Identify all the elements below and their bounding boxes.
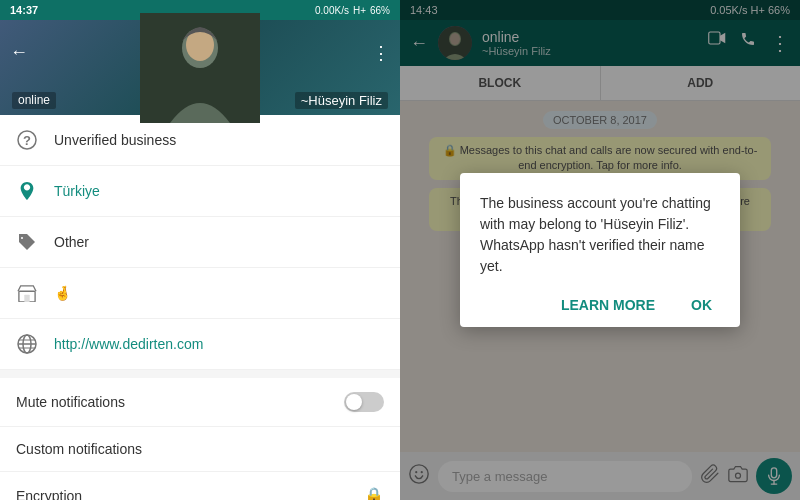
- custom-notifications-row[interactable]: Custom notifications: [0, 427, 400, 472]
- dialog: The business account you're chatting wit…: [460, 173, 740, 327]
- dialog-actions: LEARN MORE OK: [480, 293, 720, 317]
- left-status-icons: 0.00K/s H+ 66%: [315, 5, 390, 16]
- globe-icon: [16, 333, 38, 355]
- right-panel: 14:43 0.05K/s H+ 66% ← online ~Hüseyin F…: [400, 0, 800, 500]
- left-battery: 66%: [370, 5, 390, 16]
- mute-notifications-row[interactable]: Mute notifications: [0, 378, 400, 427]
- info-row-business[interactable]: ? Unverified business: [0, 115, 400, 166]
- back-button[interactable]: ←: [10, 42, 28, 63]
- business-icon: ?: [16, 129, 38, 151]
- left-name-bar: online ~Hüseyin Filiz: [0, 92, 400, 109]
- learn-more-button[interactable]: LEARN MORE: [553, 293, 663, 317]
- encryption-row[interactable]: Encryption 🔒 Messages to this chat and c…: [0, 472, 400, 500]
- emoji-label: 🤞: [54, 285, 71, 301]
- section-divider: [0, 370, 400, 378]
- left-network-type: H+: [353, 5, 366, 16]
- left-header: 14:37 0.00K/s H+ 66%: [0, 0, 400, 115]
- left-panel: 14:37 0.00K/s H+ 66%: [0, 0, 400, 500]
- dialog-body: The business account you're chatting wit…: [480, 193, 720, 277]
- website-label: http://www.dedirten.com: [54, 336, 203, 352]
- info-row-location[interactable]: Türkiye: [0, 166, 400, 217]
- left-status-text: online: [12, 92, 56, 109]
- location-label: Türkiye: [54, 183, 100, 199]
- location-icon: [16, 180, 38, 202]
- toggle-knob: [346, 394, 362, 410]
- mute-toggle[interactable]: [344, 392, 384, 412]
- left-body: ? Unverified business Türkiye Other 🤞: [0, 115, 400, 500]
- encryption-label: Encryption: [16, 488, 82, 501]
- tag-icon: [16, 231, 38, 253]
- lock-icon: 🔒: [364, 486, 384, 500]
- left-network: 0.00K/s: [315, 5, 349, 16]
- ok-button[interactable]: OK: [683, 293, 720, 317]
- svg-text:?: ?: [23, 133, 31, 148]
- more-button[interactable]: ⋮: [372, 42, 390, 64]
- info-row-store[interactable]: 🤞: [0, 268, 400, 319]
- encryption-title-row: Encryption 🔒: [16, 486, 384, 500]
- left-contact-name: ~Hüseyin Filiz: [295, 92, 388, 109]
- store-icon: [16, 282, 38, 304]
- left-time: 14:37: [10, 4, 38, 16]
- info-row-website[interactable]: http://www.dedirten.com: [0, 319, 400, 370]
- business-label: Unverified business: [54, 132, 176, 148]
- svg-rect-6: [24, 295, 29, 302]
- info-row-category[interactable]: Other: [0, 217, 400, 268]
- mute-label: Mute notifications: [16, 394, 125, 410]
- category-label: Other: [54, 234, 89, 250]
- custom-label: Custom notifications: [16, 441, 142, 457]
- dialog-overlay: The business account you're chatting wit…: [400, 0, 800, 500]
